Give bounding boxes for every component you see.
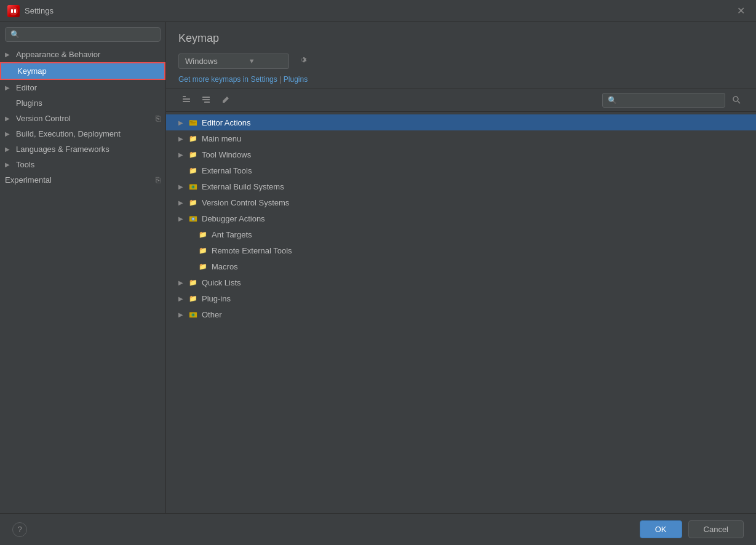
svg-rect-14 [191, 122, 196, 123]
folder-icon: 📁 [188, 277, 198, 287]
folder-icon: 📁 [198, 229, 208, 239]
folder-icon: 📁 [188, 133, 198, 143]
folder-icon: 📁 [188, 149, 198, 159]
chevron-icon: ▶ [5, 146, 12, 153]
tree-item-label: Tool Windows [202, 150, 251, 159]
tree-item-ant-targets[interactable]: ▶ 📁 Ant Targets [166, 226, 756, 242]
chevron-icon: ▶ [5, 161, 12, 168]
folder-icon [188, 309, 198, 319]
chevron-icon: ▶ [178, 135, 185, 142]
expand-all-button[interactable] [198, 93, 214, 108]
sidebar-item-tools[interactable]: ▶ Tools [0, 157, 165, 172]
tree-item-editor-actions[interactable]: ▶ Editor Actions [166, 114, 756, 130]
sidebar-item-appearance[interactable]: ▶ Appearance & Behavior [0, 47, 165, 62]
sidebar-item-experimental[interactable]: Experimental ⎘ [0, 172, 165, 188]
folder-icon: 📁 [198, 245, 208, 255]
tree-item-label: Debugger Actions [202, 214, 265, 223]
tree-item-label: External Build Systems [202, 182, 284, 191]
keymap-title: Keymap [178, 32, 744, 45]
tree-item-debugger-actions[interactable]: ▶ Debugger Actions [166, 210, 756, 226]
ok-button[interactable]: OK [640, 520, 682, 538]
sidebar-item-keymap[interactable]: Keymap [0, 62, 165, 80]
keymap-toolbar [166, 89, 756, 112]
svg-point-18 [193, 186, 194, 188]
chevron-icon: ▶ [178, 215, 185, 222]
help-icon: ? [17, 525, 22, 534]
svg-rect-1 [11, 9, 13, 13]
close-button[interactable]: ✕ [733, 4, 749, 18]
cancel-button[interactable]: Cancel [688, 520, 744, 538]
search-box[interactable]: 🔍 [5, 27, 161, 42]
tree-item-version-control-systems[interactable]: ▶ 📁 Version Control Systems [166, 194, 756, 210]
gear-button[interactable] [295, 52, 310, 70]
keymap-row: Windows ▼ [178, 52, 744, 70]
keymap-header: Keymap Windows ▼ Get more keymaps in Set… [166, 22, 756, 89]
plugins-link[interactable]: Plugins [284, 75, 308, 84]
folder-icon [188, 117, 198, 127]
sidebar-item-label: Plugins [16, 98, 42, 108]
svg-rect-8 [204, 101, 210, 103]
svg-point-24 [193, 314, 194, 316]
tree-item-external-build-systems[interactable]: ▶ External Build Systems [166, 178, 756, 194]
sidebar: 🔍 ▶ Appearance & Behavior Keymap ▶ Edito… [0, 22, 166, 513]
sidebar-item-label: Languages & Frameworks [16, 145, 109, 154]
tree-item-label: Editor Actions [202, 118, 251, 127]
sidebar-item-editor[interactable]: ▶ Editor [0, 80, 165, 95]
chevron-icon: ▶ [5, 51, 12, 58]
tree-item-other[interactable]: ▶ Other [166, 306, 756, 322]
chevron-icon: ▶ [178, 279, 185, 286]
tree-item-plug-ins[interactable]: ▶ 📁 Plug-ins [166, 290, 756, 306]
bottom-bar: ? OK Cancel [0, 513, 756, 545]
chevron-icon: ▶ [5, 115, 12, 122]
svg-rect-15 [191, 124, 195, 124]
title-bar-left: Settings [7, 5, 54, 17]
folder-icon [188, 181, 198, 191]
search-keybinding-button[interactable] [729, 93, 744, 108]
get-more-keymaps-link[interactable]: Get more keymaps in Settings [178, 75, 277, 84]
chevron-icon: ▶ [5, 84, 12, 91]
help-button[interactable]: ? [12, 522, 27, 537]
svg-line-10 [738, 101, 741, 103]
main-content: 🔍 ▶ Appearance & Behavior Keymap ▶ Edito… [0, 22, 756, 513]
sidebar-item-version-control[interactable]: ▶ Version Control ⎘ [0, 111, 165, 126]
sidebar-item-languages[interactable]: ▶ Languages & Frameworks [0, 141, 165, 157]
search-input[interactable] [23, 30, 155, 39]
tree-item-quick-lists[interactable]: ▶ 📁 Quick Lists [166, 274, 756, 290]
svg-rect-13 [190, 121, 193, 122]
tree-item-label: Other [202, 310, 222, 319]
edit-button[interactable] [218, 93, 234, 108]
tree-item-label: Quick Lists [202, 278, 241, 287]
svg-point-0 [9, 7, 18, 15]
collapse-all-button[interactable] [178, 93, 194, 108]
sidebar-item-label: Tools [16, 160, 34, 169]
svg-rect-4 [183, 98, 190, 100]
chevron-icon: ▶ [178, 151, 185, 158]
chevron-icon: ▶ [178, 183, 185, 190]
tree-item-remote-external-tools[interactable]: ▶ 📁 Remote External Tools [166, 242, 756, 258]
tree-item-label: Remote External Tools [212, 246, 292, 255]
svg-rect-7 [202, 99, 210, 100]
svg-rect-2 [14, 9, 16, 13]
sidebar-item-label: Keymap [17, 66, 47, 76]
sidebar-item-label: Editor [16, 83, 37, 92]
sidebar-item-plugins[interactable]: Plugins [0, 95, 165, 111]
tree-item-macros[interactable]: ▶ 📁 Macros [166, 258, 756, 274]
search-icon: 🔍 [10, 30, 20, 39]
tree-item-label: Plug-ins [202, 294, 231, 303]
keymap-search-input[interactable] [602, 93, 725, 108]
folder-icon: 📁 [188, 197, 198, 207]
folder-icon: 📁 [188, 293, 198, 303]
tree-item-tool-windows[interactable]: ▶ 📁 Tool Windows [166, 146, 756, 162]
sidebar-item-build[interactable]: ▶ Build, Execution, Deployment [0, 126, 165, 141]
tree-list: ▶ Editor Actions ▶ 📁 Main menu [166, 112, 756, 513]
chevron-icon: ▶ [178, 295, 185, 302]
tree-item-external-tools[interactable]: ▶ 📁 External Tools [166, 162, 756, 178]
right-panel: Keymap Windows ▼ Get more keymaps in Set… [166, 22, 756, 513]
keymap-dropdown[interactable]: Windows ▼ [178, 54, 289, 69]
tree-item-label: Main menu [202, 134, 241, 143]
tree-item-main-menu[interactable]: ▶ 📁 Main menu [166, 130, 756, 146]
tree-item-label: Version Control Systems [202, 198, 289, 207]
sidebar-item-label: Experimental [5, 175, 52, 185]
svg-rect-5 [183, 101, 190, 102]
folder-icon: 📁 [188, 165, 198, 175]
